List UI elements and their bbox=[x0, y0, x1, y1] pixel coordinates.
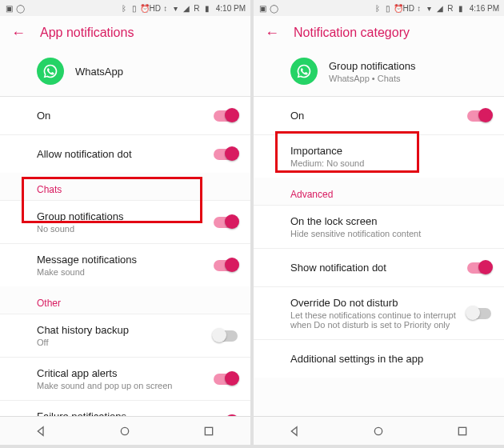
critical-app-alerts-toggle[interactable] bbox=[214, 374, 238, 385]
additional-settings-row[interactable]: Additional settings in the app bbox=[254, 339, 504, 378]
nav-bar bbox=[0, 416, 250, 445]
status-bar: ▣ ◯ ᛒ ▯ ⏰ HD ↕ ▾ ◢ R ▮ 4:16 PM bbox=[254, 0, 504, 16]
data-icon: ↕ bbox=[415, 4, 423, 12]
vibrate-icon: ▯ bbox=[130, 4, 138, 12]
wifi-icon: ▾ bbox=[426, 4, 434, 12]
clock-text: 4:10 PM bbox=[216, 4, 246, 13]
status-bar: ▣ ◯ ᛒ ▯ ⏰ HD ↕ ▾ ◢ R ▮ 4:10 PM bbox=[0, 0, 250, 16]
app-row: WhatsApp bbox=[0, 50, 250, 96]
show-dot-toggle[interactable] bbox=[467, 262, 491, 274]
signal-icon: ◢ bbox=[182, 4, 190, 12]
category-sub-label: WhatsApp • Chats bbox=[329, 74, 415, 83]
override-dnd-label: Override Do not disturb bbox=[290, 297, 459, 309]
data-icon: ↕ bbox=[162, 4, 170, 12]
critical-app-alerts-sub: Make sound and pop up on screen bbox=[37, 381, 206, 390]
header: ← App notifications bbox=[0, 16, 250, 50]
back-arrow-icon[interactable]: ← bbox=[11, 25, 26, 42]
page-title: Notification category bbox=[294, 26, 410, 40]
on-label: On bbox=[37, 110, 206, 122]
nav-home-icon[interactable] bbox=[372, 425, 385, 438]
watch-icon: ◯ bbox=[270, 4, 278, 12]
section-other: Other bbox=[0, 286, 250, 314]
lock-screen-label: On the lock screen bbox=[290, 215, 483, 227]
chat-history-backup-toggle[interactable] bbox=[214, 330, 238, 342]
critical-app-alerts-label: Critical app alerts bbox=[37, 367, 206, 379]
alarm-icon: ⏰ bbox=[394, 4, 402, 12]
nav-recents-icon[interactable] bbox=[202, 425, 215, 438]
hd-icon: HD bbox=[405, 4, 413, 12]
nav-recents-icon[interactable] bbox=[456, 425, 469, 438]
svg-point-0 bbox=[122, 427, 129, 434]
override-dnd-sub: Let these notifications continue to inte… bbox=[290, 310, 459, 330]
chat-history-backup-sub: Off bbox=[37, 338, 206, 347]
alarm-icon: ⏰ bbox=[141, 4, 149, 12]
clock-text: 4:16 PM bbox=[470, 4, 499, 13]
failure-notifications-label: Failure notifications bbox=[37, 410, 206, 416]
importance-sub: Medium: No sound bbox=[290, 158, 483, 168]
svg-point-2 bbox=[375, 427, 382, 434]
on-toggle[interactable] bbox=[214, 110, 238, 122]
whatsapp-icon bbox=[37, 58, 64, 85]
app-name-label: WhatsApp bbox=[75, 66, 123, 78]
phone-left: ▣ ◯ ᛒ ▯ ⏰ HD ↕ ▾ ◢ R ▮ 4:10 PM ← App not… bbox=[0, 0, 250, 445]
bluetooth-icon: ᛒ bbox=[374, 4, 382, 12]
group-notifications-sub: No sound bbox=[37, 224, 206, 234]
message-notifications-row[interactable]: Message notifications Make sound bbox=[0, 243, 250, 286]
show-dot-row[interactable]: Show notification dot bbox=[254, 248, 504, 286]
override-dnd-toggle[interactable] bbox=[467, 308, 491, 319]
on-toggle-row[interactable]: On bbox=[0, 96, 250, 134]
message-notifications-toggle[interactable] bbox=[214, 260, 238, 271]
bluetooth-icon: ᛒ bbox=[120, 4, 128, 12]
group-notifications-row[interactable]: Group notifications No sound bbox=[0, 200, 250, 243]
nav-home-icon[interactable] bbox=[118, 425, 131, 438]
section-advanced: Advanced bbox=[254, 178, 504, 205]
nav-back-icon[interactable] bbox=[289, 425, 302, 438]
critical-app-alerts-row[interactable]: Critical app alerts Make sound and pop u… bbox=[0, 357, 250, 400]
message-notifications-sub: Make sound bbox=[37, 267, 206, 277]
importance-label: Importance bbox=[290, 145, 483, 157]
phone-right: ▣ ◯ ᛒ ▯ ⏰ HD ↕ ▾ ◢ R ▮ 4:16 PM ← Notific… bbox=[254, 0, 504, 445]
wifi-icon: ▾ bbox=[172, 4, 180, 12]
allow-dot-toggle[interactable] bbox=[214, 149, 238, 160]
lock-screen-sub: Hide sensitive notification content bbox=[290, 229, 483, 238]
svg-rect-1 bbox=[205, 427, 212, 434]
nav-back-icon[interactable] bbox=[35, 425, 48, 438]
importance-row[interactable]: Importance Medium: No sound bbox=[254, 134, 504, 178]
group-notifications-label: Group notifications bbox=[37, 210, 206, 222]
allow-dot-row[interactable]: Allow notification dot bbox=[0, 134, 250, 173]
on-toggle[interactable] bbox=[467, 110, 491, 122]
message-notifications-label: Message notifications bbox=[37, 254, 206, 266]
chat-history-backup-row[interactable]: Chat history backup Off bbox=[0, 314, 250, 357]
back-arrow-icon[interactable]: ← bbox=[265, 25, 279, 42]
battery-icon: ▮ bbox=[457, 4, 465, 12]
nav-bar bbox=[254, 416, 504, 445]
image-icon: ▣ bbox=[5, 4, 13, 12]
chat-history-backup-label: Chat history backup bbox=[37, 324, 206, 336]
lock-screen-row[interactable]: On the lock screen Hide sensitive notifi… bbox=[254, 205, 504, 248]
page-title: App notifications bbox=[40, 26, 134, 40]
header: ← Notification category bbox=[254, 16, 504, 50]
on-toggle-row[interactable]: On bbox=[254, 96, 504, 134]
app-row: Group notifications WhatsApp • Chats bbox=[254, 50, 504, 96]
section-chats: Chats bbox=[0, 173, 250, 200]
vibrate-icon: ▯ bbox=[384, 4, 392, 12]
signal-icon: ◢ bbox=[436, 4, 444, 12]
svg-rect-3 bbox=[458, 427, 466, 434]
hd-icon: HD bbox=[151, 4, 159, 12]
allow-dot-label: Allow notification dot bbox=[37, 148, 206, 160]
whatsapp-icon bbox=[290, 58, 318, 85]
watch-icon: ◯ bbox=[16, 4, 24, 12]
override-dnd-row[interactable]: Override Do not disturb Let these notifi… bbox=[254, 286, 504, 339]
on-label: On bbox=[290, 110, 459, 122]
battery-icon: ▮ bbox=[203, 4, 211, 12]
category-name-label: Group notifications bbox=[329, 60, 415, 72]
r-icon: R bbox=[446, 4, 454, 12]
image-icon: ▣ bbox=[258, 4, 266, 12]
r-icon: R bbox=[193, 4, 201, 12]
additional-settings-label: Additional settings in the app bbox=[290, 353, 483, 365]
failure-notifications-row[interactable]: Failure notifications Make sound bbox=[0, 400, 250, 416]
show-dot-label: Show notification dot bbox=[290, 262, 459, 274]
group-notifications-toggle[interactable] bbox=[214, 217, 238, 228]
